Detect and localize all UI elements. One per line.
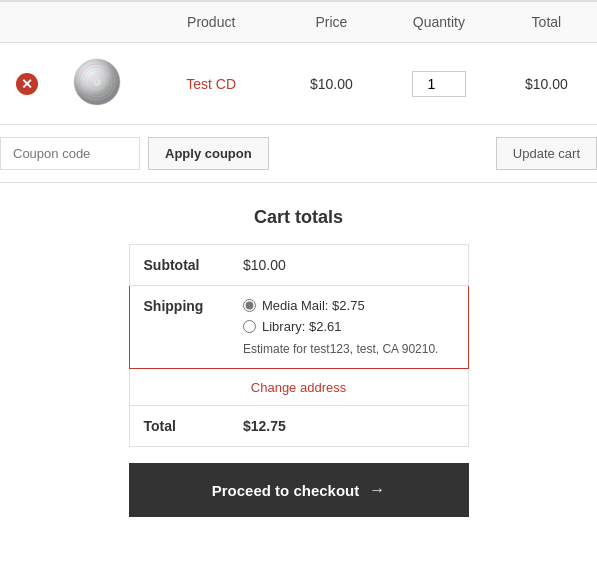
change-address-link[interactable]: Change address <box>251 380 346 395</box>
shipping-options-cell: Media Mail: $2.75 Library: $2.61 Estimat… <box>229 286 468 369</box>
subtotal-label: Subtotal <box>129 245 229 286</box>
total-value: $12.75 <box>229 406 468 447</box>
total-row: Total $12.75 <box>129 406 468 447</box>
shipping-row: Shipping Media Mail: $2.75 Library: $2.6… <box>129 286 468 369</box>
shipping-options-list: Media Mail: $2.75 Library: $2.61 <box>243 298 454 334</box>
remove-item-button[interactable]: ✕ <box>16 73 38 95</box>
shipping-label: Shipping <box>129 286 229 369</box>
coupon-input[interactable] <box>0 137 140 170</box>
product-name-cell: Test CD <box>142 43 281 125</box>
col-total-header: Total <box>496 1 597 43</box>
product-link[interactable]: Test CD <box>186 76 236 92</box>
checkout-arrow-icon: → <box>369 481 385 499</box>
shipping-radio-1[interactable] <box>243 299 256 312</box>
totals-table: Subtotal $10.00 Shipping Media Mail: $2.… <box>129 244 469 447</box>
total-label: Total <box>129 406 229 447</box>
checkout-label: Proceed to checkout <box>212 482 360 499</box>
cart-totals-title: Cart totals <box>129 207 469 228</box>
checkout-btn-row: Proceed to checkout → <box>129 463 469 517</box>
change-address-cell: Change address <box>129 369 468 406</box>
product-quantity-cell <box>382 43 496 125</box>
update-cart-button[interactable]: Update cart <box>496 137 597 170</box>
shipping-option-2-label: Library: $2.61 <box>262 319 342 334</box>
shipping-option-1[interactable]: Media Mail: $2.75 <box>243 298 454 313</box>
table-row: ✕ <box>0 43 597 125</box>
product-price-cell: $10.00 <box>281 43 382 125</box>
col-product-header: Product <box>142 1 281 43</box>
quantity-input[interactable] <box>412 71 466 97</box>
apply-coupon-button[interactable]: Apply coupon <box>148 137 269 170</box>
product-total-cell: $10.00 <box>496 43 597 125</box>
col-image-header <box>53 1 142 43</box>
col-price-header: Price <box>281 1 382 43</box>
shipping-estimate: Estimate for test123, test, CA 90210. <box>243 342 454 356</box>
svg-point-7 <box>87 72 107 92</box>
shipping-option-1-label: Media Mail: $2.75 <box>262 298 365 313</box>
col-remove-header <box>0 1 53 43</box>
subtotal-row: Subtotal $10.00 <box>129 245 468 286</box>
product-image <box>72 57 122 107</box>
coupon-row: Apply coupon Update cart <box>0 125 597 183</box>
col-quantity-header: Quantity <box>382 1 496 43</box>
subtotal-value: $10.00 <box>229 245 468 286</box>
product-image-cell <box>53 43 142 125</box>
shipping-radio-2[interactable] <box>243 320 256 333</box>
proceed-to-checkout-button[interactable]: Proceed to checkout → <box>129 463 469 517</box>
remove-cell: ✕ <box>0 43 53 125</box>
cart-totals-section: Cart totals Subtotal $10.00 Shipping Med… <box>129 207 469 517</box>
change-address-row: Change address <box>129 369 468 406</box>
shipping-option-2[interactable]: Library: $2.61 <box>243 319 454 334</box>
coupon-left: Apply coupon <box>0 137 269 170</box>
